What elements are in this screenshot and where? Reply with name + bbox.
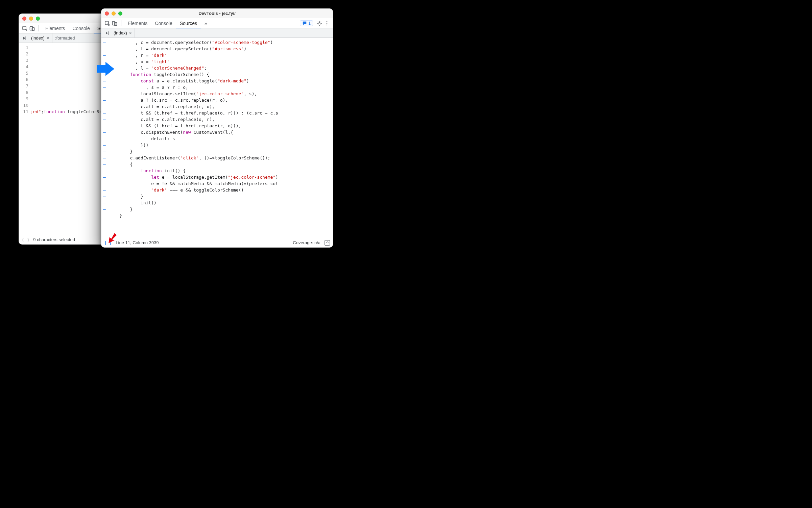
svg-marker-3 (23, 37, 25, 40)
kebab-menu-icon[interactable] (323, 20, 331, 27)
close-window-icon[interactable] (22, 17, 26, 21)
close-tab-icon[interactable]: × (129, 30, 132, 36)
pretty-print-icon[interactable]: { } (104, 240, 112, 246)
svg-rect-4 (26, 36, 26, 40)
settings-icon[interactable] (316, 20, 323, 27)
pretty-print-icon[interactable]: { } (22, 237, 29, 243)
svg-rect-13 (108, 31, 109, 35)
editor-tab-label: :formatted (55, 35, 75, 41)
tab-elements[interactable]: Elements (124, 18, 151, 28)
status-coverage: Coverage: n/a (293, 240, 320, 245)
svg-point-11 (327, 24, 328, 25)
minimize-window-icon[interactable] (29, 17, 33, 21)
tab-overflow-icon[interactable]: » (201, 18, 211, 28)
svg-marker-12 (106, 32, 108, 34)
svg-point-10 (327, 23, 328, 24)
navigator-toggle-icon[interactable] (103, 29, 111, 37)
line-number-gutter: 1234567891011 (19, 43, 30, 235)
navigator-toggle-icon[interactable] (20, 34, 28, 42)
show-drawer-icon[interactable] (325, 240, 330, 246)
tab-elements[interactable]: Elements (42, 23, 69, 33)
tab-console[interactable]: Console (69, 23, 93, 33)
close-window-icon[interactable] (105, 11, 109, 16)
status-cursor: Line 11, Column 3939 (116, 240, 159, 245)
inspect-element-icon[interactable] (21, 25, 28, 32)
tab-sources[interactable]: Sources (176, 18, 201, 28)
fold-gutter[interactable]: –––––––––––––––––––––––––––– (101, 38, 109, 238)
device-toolbar-icon[interactable] (28, 25, 36, 32)
code-content[interactable]: , c = document.querySelector("#color-sch… (109, 38, 333, 238)
minimize-window-icon[interactable] (112, 11, 116, 16)
code-editor[interactable]: –––––––––––––––––––––––––––– , c = docum… (101, 38, 333, 238)
titlebar: DevTools - jec.fyi/ (101, 9, 333, 18)
editor-tab-bar: (index) × (101, 28, 333, 38)
svg-point-9 (327, 21, 328, 22)
device-toolbar-icon[interactable] (111, 20, 118, 27)
status-selection: 9 characters selected (33, 237, 75, 242)
svg-point-8 (319, 22, 320, 24)
close-tab-icon[interactable]: × (47, 35, 49, 41)
zoom-window-icon[interactable] (36, 17, 40, 21)
svg-rect-1 (30, 26, 33, 30)
editor-tab-index[interactable]: (index) × (111, 28, 135, 37)
editor-tab-index[interactable]: (index) × (28, 33, 52, 43)
zoom-window-icon[interactable] (118, 11, 122, 16)
tab-console[interactable]: Console (151, 18, 176, 28)
editor-tab-formatted[interactable]: :formatted (52, 33, 78, 43)
inspect-element-icon[interactable] (103, 20, 111, 27)
devtools-main-toolbar: Elements Console Sources » 1 (101, 18, 333, 28)
status-bar: { } Line 11, Column 3939 Coverage: n/a (101, 238, 333, 247)
devtools-window-right: DevTools - jec.fyi/ Elements Console Sou… (101, 8, 333, 248)
editor-tab-label: (index) (31, 35, 45, 41)
issues-count: 1 (308, 21, 311, 26)
issues-badge[interactable]: 1 (300, 20, 313, 26)
editor-tab-label: (index) (114, 30, 127, 35)
window-title: DevTools - jec.fyi/ (101, 11, 333, 16)
